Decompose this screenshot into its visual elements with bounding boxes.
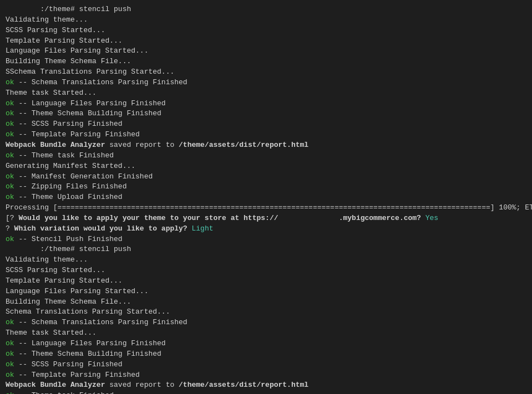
line-29: Theme task Started... [6, 328, 526, 339]
line-prompt-1: :/theme# stencil push [6, 4, 526, 15]
line-25: Language Files Parsing Started... [6, 286, 526, 297]
line-12: ok -- SCSS Parsing Finished [6, 119, 526, 130]
line-processing-1: Processing [============================… [6, 203, 526, 213]
line-4: Template Parsing Started... [6, 36, 526, 47]
line-push-done-1: ok -- Stencil Push Finished [6, 234, 526, 245]
line-23: SCSS Parsing Started... [6, 265, 526, 276]
line-28: ok -- Schema Translations Parsing Finish… [6, 318, 526, 328]
line-9: Theme task Started... [6, 88, 526, 99]
line-webpack-2: Webpack Bundle Analyzer saved report to … [6, 380, 526, 391]
line-3: SCSS Parsing Started... [6, 25, 526, 36]
line-prompt-2: :/theme# stencil push [6, 244, 526, 255]
line-18: ok -- Zipping Files Finished [6, 182, 526, 192]
line-13: ok -- Template Parsing Finished [6, 130, 526, 140]
line-30: ok -- Language Files Parsing Finished [6, 339, 526, 349]
line-17: ok -- Manifest Generation Finished [6, 172, 526, 182]
line-15: ok -- Theme task Finished [6, 151, 526, 161]
line-question-1: [? Would you like to apply your theme to… [6, 213, 526, 224]
line-2: Validating theme... [6, 15, 526, 25]
line-11: ok -- Theme Schema Building Finished [6, 109, 526, 119]
line-31: ok -- Theme Schema Building Finished [6, 349, 526, 360]
line-35: ok -- Theme task Finished [6, 391, 526, 394]
line-webpack-1: Webpack Bundle Analyzer saved report to … [6, 140, 526, 151]
terminal-window: :/theme# stencil push Validating theme..… [0, 0, 532, 394]
line-10: ok -- Language Files Parsing Finished [6, 99, 526, 109]
line-5: Language Files Parsing Started... [6, 46, 526, 57]
line-22: Validating theme... [6, 255, 526, 265]
line-variation-1: ? Which variation would you like to appl… [6, 224, 526, 234]
line-33: ok -- Template Parsing Finished [6, 370, 526, 381]
line-16: Generating Manifest Started... [6, 161, 526, 172]
line-7: SSchema Translations Parsing Started... [6, 67, 526, 78]
line-24: Template Parsing Started... [6, 276, 526, 286]
line-32: ok -- SCSS Parsing Finished [6, 360, 526, 370]
line-19: ok -- Theme Upload Finished [6, 192, 526, 203]
line-8: ok -- Schema Translations Parsing Finish… [6, 78, 526, 88]
line-6: Building Theme Schema File... [6, 57, 526, 67]
line-26: Building Theme Schema File... [6, 297, 526, 308]
line-27: Schema Translations Parsing Started... [6, 307, 526, 318]
